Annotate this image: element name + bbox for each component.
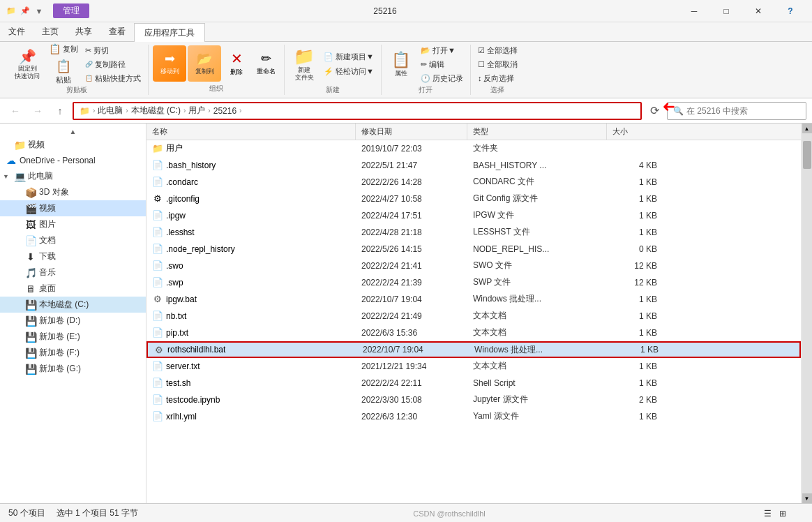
- sidebar-item-drive-g[interactable]: 💾 新加卷 (G:): [0, 361, 146, 377]
- table-row[interactable]: 📄 nb.txt 2022/2/24 21:49 文本文档 1 KB: [146, 308, 801, 325]
- sidebar-item-drive-f[interactable]: 💾 新加卷 (F:): [0, 345, 146, 361]
- copy-button[interactable]: 📋 复制: [46, 42, 81, 56]
- grid-view-button[interactable]: ⊞: [776, 507, 790, 521]
- scroll-up-btn[interactable]: ▲: [802, 124, 812, 133]
- watermark: CSDN @rothschildlhl: [413, 509, 485, 518]
- window-title: 25216: [92, 6, 678, 16]
- table-row[interactable]: 📄 server.txt 2021/12/21 19:34 文本文档 1 KB: [146, 358, 801, 375]
- file-type-cell: Yaml 源文件: [467, 410, 607, 422]
- sidebar-item-pictures[interactable]: 🖼 图片: [0, 216, 146, 232]
- table-row[interactable]: 📄 .swo 2022/2/24 21:41 SWO 文件 12 KB: [146, 258, 801, 274]
- new-item-button[interactable]: 📄 新建项目▼: [321, 50, 377, 64]
- properties-button[interactable]: 📋 属性: [386, 45, 416, 84]
- new-item-icon: 📄: [324, 52, 333, 61]
- sidebar-item-onedrive[interactable]: ☁ OneDrive - Personal: [0, 153, 146, 168]
- table-row[interactable]: 📄 .ipgw 2022/4/24 17:51 IPGW 文件 1 KB: [146, 207, 801, 224]
- table-row[interactable]: ⚙ ipgw.bat 2022/10/7 19:04 Windows 批处理..…: [146, 291, 801, 308]
- address-box[interactable]: 📁 › 此电脑 › 本地磁盘 (C:) › 用户 › 25216 › ➜: [73, 102, 642, 120]
- title-bar: 📁 📌 ▼ 管理 25216 ─ □ ✕ ?: [0, 0, 812, 22]
- table-row[interactable]: ⚙ .gitconfig 2022/4/27 10:58 Git Config …: [146, 191, 801, 207]
- sidebar-item-videos-top[interactable]: 📁 视频: [0, 137, 146, 153]
- addr-user-folder[interactable]: 25216: [213, 106, 236, 116]
- addr-this-pc[interactable]: 此电脑: [98, 105, 123, 117]
- table-row[interactable]: 📄 pip.txt 2022/6/3 15:36 文本文档 1 KB: [146, 325, 801, 341]
- table-row[interactable]: 📄 test.sh 2022/2/24 22:11 Shell Script 1…: [146, 375, 801, 392]
- tab-share[interactable]: 共享: [67, 22, 100, 41]
- table-row[interactable]: 📄 testcode.ipynb 2022/3/30 15:08 Jupyter…: [146, 392, 801, 408]
- tab-home[interactable]: 主页: [33, 22, 67, 41]
- tab-apptool[interactable]: 应用程序工具: [134, 23, 205, 42]
- table-row[interactable]: 📄 .node_repl_history 2022/5/26 14:15 NOD…: [146, 241, 801, 258]
- table-row[interactable]: 📁 用户 2019/10/7 22:03 文件夹: [146, 140, 801, 157]
- delete-button[interactable]: ✕ 删除: [223, 45, 250, 82]
- move-to-button[interactable]: ➡ 移动到: [153, 45, 186, 82]
- scroll-track[interactable]: ➜: [802, 133, 812, 493]
- header-name[interactable]: 名称: [146, 124, 356, 140]
- pin-to-quickaccess-button[interactable]: 📌 固定到快速访问: [10, 45, 45, 84]
- addr-local-disk[interactable]: 本地磁盘 (C:): [131, 105, 181, 117]
- list-view-button[interactable]: ☰: [760, 507, 774, 521]
- addr-users[interactable]: 用户: [188, 105, 205, 117]
- sidebar-item-drive-e[interactable]: 💾 新加卷 (E:): [0, 329, 146, 345]
- refresh-button[interactable]: ⟳: [645, 102, 664, 120]
- paste-shortcut-button[interactable]: 📋 粘贴快捷方式: [82, 72, 144, 85]
- search-input[interactable]: [686, 106, 800, 116]
- edit-button[interactable]: ✏ 编辑: [418, 58, 466, 71]
- file-date-cell: 2022/10/7 19:04: [356, 294, 467, 304]
- paste-button[interactable]: 📋 粘贴: [46, 57, 81, 87]
- table-row[interactable]: 📄 .bash_history 2022/5/1 21:47 BASH_HIST…: [146, 157, 801, 174]
- maximize-button[interactable]: □: [710, 0, 742, 22]
- select-all-button[interactable]: ☑ 全部选择: [475, 44, 520, 57]
- copy-icon: 📋: [49, 43, 61, 54]
- table-row[interactable]: ⚙ rothschildlhl.bat 2022/10/7 19:04 Wind…: [146, 341, 801, 358]
- scrollbar-right[interactable]: ▲ ➜ ▼: [801, 124, 812, 503]
- scroll-down-btn[interactable]: ▼: [802, 493, 812, 503]
- cut-button[interactable]: ✂ 剪切: [82, 44, 144, 57]
- sidebar-item-documents[interactable]: 📄 文档: [0, 232, 146, 248]
- tab-file[interactable]: 文件: [0, 22, 33, 41]
- file-type-icon: ⚙: [152, 193, 163, 204]
- scroll-thumb[interactable]: [803, 141, 811, 169]
- table-row[interactable]: 📄 .lesshst 2022/4/28 21:18 LESSHST 文件 1 …: [146, 224, 801, 241]
- rename-button[interactable]: ✏ 重命名: [252, 45, 280, 82]
- minimize-button[interactable]: ─: [678, 0, 710, 22]
- sidebar-item-videos-top-label: 视频: [28, 139, 45, 151]
- search-box[interactable]: 🔍: [667, 102, 806, 120]
- table-row[interactable]: 📄 .swp 2022/2/24 21:39 SWP 文件 12 KB: [146, 274, 801, 291]
- invert-select-button[interactable]: ↕ 反向选择: [475, 72, 520, 85]
- sidebar-item-desktop[interactable]: 🖥 桌面: [0, 281, 146, 297]
- header-size[interactable]: 大小: [607, 124, 663, 140]
- easy-access-button[interactable]: ⚡ 轻松访问▼: [321, 65, 377, 78]
- select-none-button[interactable]: ☐ 全部取消: [475, 58, 520, 71]
- sidebar-item-drive-d[interactable]: 💾 新加卷 (D:): [0, 313, 146, 329]
- file-date-cell: 2019/10/7 22:03: [356, 144, 467, 154]
- new-folder-button[interactable]: 📁 新建文件夹: [289, 45, 319, 84]
- file-size-cell: 1 KB: [607, 378, 663, 388]
- forward-button[interactable]: →: [28, 102, 47, 120]
- up-button[interactable]: ↑: [50, 102, 70, 120]
- addr-folder-icon: 📁: [80, 106, 90, 116]
- sidebar-item-3d[interactable]: 📦 3D 对象: [0, 184, 146, 200]
- sidebar-item-local-c[interactable]: 💾 本地磁盘 (C:): [0, 297, 146, 313]
- header-type[interactable]: 类型: [467, 124, 607, 140]
- back-button[interactable]: ←: [6, 102, 25, 120]
- close-button[interactable]: ✕: [742, 0, 774, 22]
- file-size-cell: 1 KB: [607, 328, 663, 338]
- help-button[interactable]: ?: [774, 0, 806, 22]
- table-row[interactable]: 📄 .condarc 2022/2/26 14:28 CONDARC 文件 1 …: [146, 174, 801, 191]
- tab-view[interactable]: 查看: [100, 22, 134, 41]
- copy-to-button[interactable]: 📂 复制到: [188, 45, 221, 82]
- sidebar-item-music[interactable]: 🎵 音乐: [0, 264, 146, 281]
- table-row[interactable]: 📄 xrlhl.yml 2022/6/3 12:30 Yaml 源文件 1 KB: [146, 408, 801, 425]
- copy-path-button[interactable]: 🔗 复制路径: [82, 58, 144, 71]
- open-button[interactable]: 📂 打开▼: [418, 44, 466, 57]
- sidebar-item-this-pc[interactable]: ▼ 💻 此电脑: [0, 168, 146, 184]
- header-date[interactable]: 修改日期: [356, 124, 467, 140]
- sidebar-item-downloads[interactable]: ⬇ 下载: [0, 248, 146, 264]
- file-type-icon: 📁: [152, 143, 163, 154]
- history-button[interactable]: 🕐 历史记录: [418, 72, 466, 85]
- sidebar-item-videos[interactable]: 🎬 视频: [0, 200, 146, 216]
- open-label: 打开: [386, 84, 466, 96]
- file-size-cell: 1 KB: [607, 294, 663, 304]
- properties-label: 属性: [395, 69, 407, 78]
